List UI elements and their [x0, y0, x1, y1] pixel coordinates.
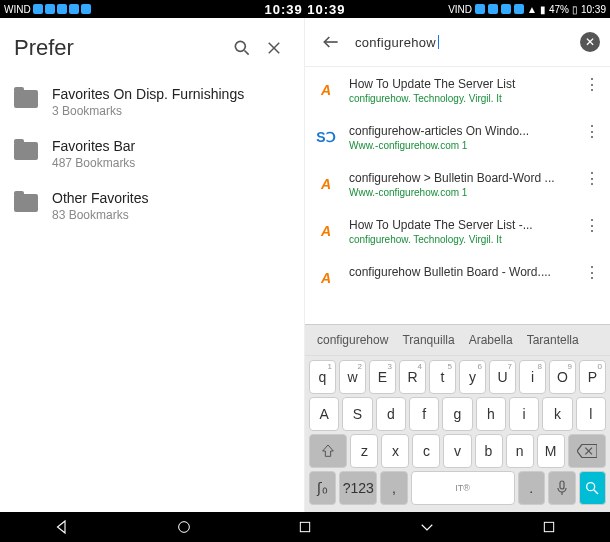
search-key[interactable]: [579, 471, 606, 505]
key-d[interactable]: d: [376, 397, 406, 431]
result-favicon: A: [315, 220, 337, 242]
mic-key[interactable]: [548, 471, 575, 505]
key-u[interactable]: 7U: [489, 360, 516, 394]
nav-recent-button[interactable]: [297, 519, 313, 535]
svg-line-12: [594, 490, 598, 494]
swipe-key[interactable]: ʃ₀: [309, 471, 336, 505]
keyboard-suggestion[interactable]: configurehow: [313, 331, 392, 349]
nav-bar: [0, 512, 610, 542]
keyboard-suggestion[interactable]: Arabella: [465, 331, 517, 349]
nav-recent2-button[interactable]: [541, 519, 557, 535]
keyboard-lang: IT®: [455, 483, 470, 493]
page-title: Prefer: [14, 35, 226, 61]
key-g[interactable]: g: [442, 397, 472, 431]
status-icon: [488, 4, 498, 14]
key-k[interactable]: k: [542, 397, 572, 431]
folder-icon: [14, 142, 38, 160]
key-b[interactable]: b: [475, 434, 503, 468]
result-favicon: SƆ: [315, 126, 337, 148]
key-x[interactable]: x: [381, 434, 409, 468]
result-menu-button[interactable]: ⋮: [584, 265, 600, 281]
search-result[interactable]: A configurehow Bulletin Board - Word....…: [305, 255, 610, 299]
signal-icon: ▮: [540, 4, 546, 15]
clear-search-button[interactable]: ✕: [580, 32, 600, 52]
folder-icon: [14, 194, 38, 212]
folder-row[interactable]: Favorites Bar 487 Bookmarks: [0, 128, 304, 180]
key-w[interactable]: 2w: [339, 360, 366, 394]
key-i[interactable]: 8i: [519, 360, 546, 394]
period-key[interactable]: .: [518, 471, 545, 505]
search-button[interactable]: [226, 32, 258, 64]
battery-text: 47%: [549, 4, 569, 15]
key-n[interactable]: n: [506, 434, 534, 468]
key-i[interactable]: i: [509, 397, 539, 431]
svg-line-1: [245, 51, 249, 55]
search-result[interactable]: A How To Update The Server List -... con…: [305, 208, 610, 255]
result-url: Www.-configurehow.com 1: [349, 140, 572, 151]
result-menu-button[interactable]: ⋮: [584, 124, 600, 140]
search-input[interactable]: configurehow: [355, 35, 572, 50]
key-q[interactable]: 1q: [309, 360, 336, 394]
comma-key[interactable]: ,: [380, 471, 407, 505]
result-menu-button[interactable]: ⋮: [584, 218, 600, 234]
search-result[interactable]: SƆ configurehow-articles On Windo... Www…: [305, 114, 610, 161]
close-icon: ✕: [585, 35, 595, 49]
search-result[interactable]: A configurehow > Bulletin Board-Word ...…: [305, 161, 610, 208]
result-menu-button[interactable]: ⋮: [584, 77, 600, 93]
key-number: 8: [538, 362, 542, 371]
status-icon: [501, 4, 511, 14]
key-r[interactable]: 4R: [399, 360, 426, 394]
keyboard-suggestion[interactable]: Tarantella: [523, 331, 583, 349]
result-title: configurehow-articles On Windo...: [349, 124, 572, 138]
shift-key[interactable]: [309, 434, 347, 468]
status-icon: [514, 4, 524, 14]
status-icon: [57, 4, 67, 14]
wifi-icon: ▲: [527, 4, 537, 15]
square-icon: [541, 519, 557, 535]
key-o[interactable]: 9O: [549, 360, 576, 394]
chevron-down-icon: [418, 518, 436, 536]
space-key[interactable]: IT®: [411, 471, 515, 505]
key-a[interactable]: A: [309, 397, 339, 431]
triangle-left-icon: [53, 518, 71, 536]
nav-ime-button[interactable]: [418, 518, 436, 536]
folder-row[interactable]: Favorites On Disp. Furnishings 3 Bookmar…: [0, 76, 304, 128]
svg-marker-13: [57, 521, 65, 533]
status-right: VIND ▲ ▮ 47% ▯ 10:39: [448, 4, 606, 15]
key-l[interactable]: l: [576, 397, 606, 431]
key-z[interactable]: z: [350, 434, 378, 468]
key-s[interactable]: S: [342, 397, 372, 431]
svg-point-0: [235, 41, 245, 51]
key-m[interactable]: M: [537, 434, 565, 468]
folder-subtitle: 487 Bookmarks: [52, 156, 135, 170]
key-v[interactable]: v: [443, 434, 471, 468]
search-query-text: configurehow: [355, 35, 436, 50]
result-url: Www.-configurehow.com 1: [349, 187, 572, 198]
result-favicon: A: [315, 267, 337, 289]
key-p[interactable]: 0P: [579, 360, 606, 394]
keyboard: configurehowTranquillaArabellaTarantella…: [305, 324, 610, 512]
folder-row[interactable]: Other Favorites 83 Bookmarks: [0, 180, 304, 232]
result-title: How To Update The Server List -...: [349, 218, 572, 232]
symbols-key[interactable]: ?123: [339, 471, 377, 505]
key-t[interactable]: 5t: [429, 360, 456, 394]
status-time-center: 10:39 10:39: [264, 2, 345, 17]
back-button[interactable]: [315, 26, 347, 58]
result-menu-button[interactable]: ⋮: [584, 171, 600, 187]
keyboard-suggestion[interactable]: Tranquilla: [398, 331, 458, 349]
key-y[interactable]: 6y: [459, 360, 486, 394]
nav-back-button[interactable]: [53, 518, 71, 536]
key-h[interactable]: h: [476, 397, 506, 431]
svg-point-11: [587, 483, 595, 491]
key-e[interactable]: 3E: [369, 360, 396, 394]
backspace-key[interactable]: [568, 434, 606, 468]
search-icon: [584, 480, 600, 496]
shift-icon: [320, 443, 336, 459]
close-button[interactable]: [258, 32, 290, 64]
folder-title: Favorites On Disp. Furnishings: [52, 86, 244, 102]
svg-rect-15: [300, 522, 309, 531]
key-c[interactable]: c: [412, 434, 440, 468]
nav-home-button[interactable]: [176, 519, 192, 535]
key-f[interactable]: f: [409, 397, 439, 431]
search-result[interactable]: A How To Update The Server List configur…: [305, 67, 610, 114]
